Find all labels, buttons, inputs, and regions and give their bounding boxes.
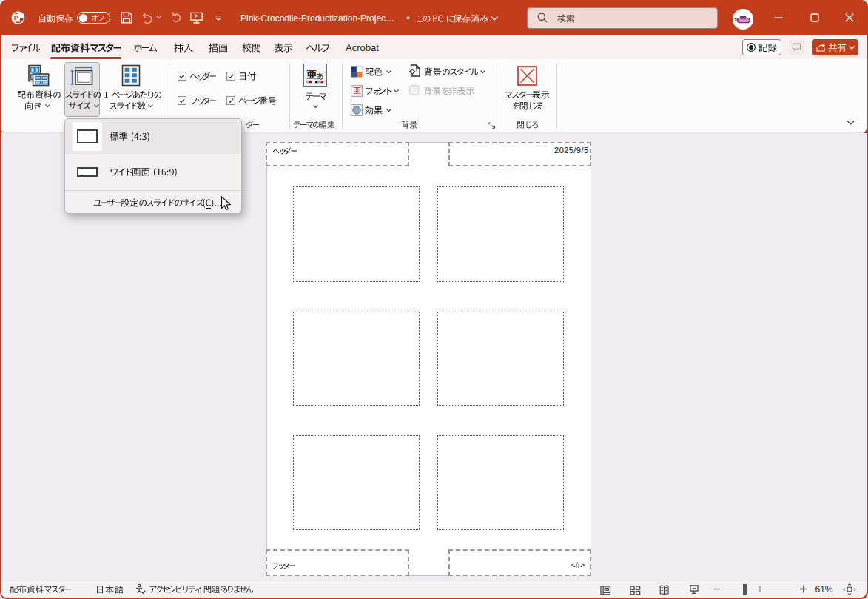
svg-text:P: P <box>14 14 18 21</box>
